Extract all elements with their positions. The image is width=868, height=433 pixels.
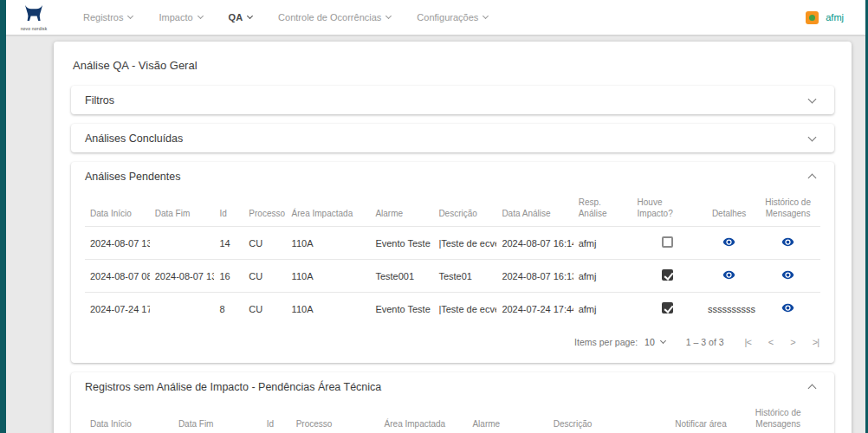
panel-filtros: Filtros — [71, 86, 834, 114]
menu-item-label: QA — [229, 12, 243, 23]
col-descricao: Descrição — [433, 191, 496, 227]
menu-item-label: Controle de Ocorrências — [278, 12, 381, 23]
eye-icon — [781, 236, 794, 249]
user-area: afmj — [806, 11, 868, 24]
cell-data-inicio: 2024-07-24 17:43:26 — [85, 293, 150, 326]
chevron-up-icon — [808, 174, 817, 183]
panel-analises-pendentes-header[interactable]: Análises Pendentes — [71, 162, 834, 191]
panel-analises-concluidas-header[interactable]: Análises Concluídas — [71, 124, 834, 152]
cell-alarme: Evento Teste — [370, 293, 433, 326]
next-page-icon[interactable]: > — [790, 337, 794, 347]
first-page-icon[interactable]: |< — [745, 337, 751, 347]
cell-area: 110A — [287, 260, 371, 293]
novo-nordisk-logo: novo nordisk — [14, 4, 54, 31]
col-processo: Processo — [243, 191, 286, 227]
cell-descricao: |Teste de ecvento — [433, 293, 496, 326]
panel-filtros-label: Filtros — [85, 94, 114, 107]
bull-logo-icon — [23, 4, 44, 25]
chevron-up-icon — [808, 385, 817, 393]
logo-brand-text: novo nordisk — [21, 26, 48, 31]
chevron-down-icon — [808, 132, 817, 141]
paginator: Items per page: 10 1 – 3 of 3 |< < > >| — [71, 325, 834, 363]
menu-item-registros[interactable]: Registros — [83, 12, 133, 23]
table-row: 2024-07-24 17:43:26 8 CU 110A Evento Tes… — [85, 293, 820, 326]
cell-data-analise: 2024-08-07 16:14:18 — [496, 227, 573, 260]
menu-item-configuracoes[interactable]: Configurações — [417, 12, 488, 23]
houve-impacto-checkbox[interactable] — [662, 302, 673, 313]
items-per-page-value: 10 — [645, 337, 655, 347]
chevron-down-icon — [660, 338, 666, 344]
user-avatar-icon[interactable] — [806, 11, 819, 24]
cell-resp: afmj — [573, 260, 632, 293]
eye-icon — [781, 268, 794, 281]
table-row: 2024-08-07 13:55:15 14 CU 110A Evento Te… — [85, 227, 820, 260]
panel-filtros-header[interactable]: Filtros — [71, 86, 834, 114]
menu-item-label: Impacto — [159, 12, 192, 23]
chevron-down-icon — [247, 13, 253, 19]
top-navbar: novo nordisk Registros Impacto QA Contro… — [0, 0, 868, 35]
cell-processo: CU — [243, 260, 286, 293]
menu-item-impacto[interactable]: Impacto — [159, 12, 202, 23]
cell-id: 16 — [214, 260, 243, 293]
panel-analises-pendentes: Análises Pendentes Data Início Data Fim … — [71, 162, 834, 363]
page-range-label: 1 – 3 of 3 — [686, 337, 724, 347]
last-page-icon[interactable]: >| — [813, 337, 819, 347]
page-title: Análise QA - Visão Geral — [54, 42, 852, 86]
menu-item-controle-de-ocorrencias[interactable]: Controle de Ocorrências — [278, 12, 391, 23]
historico-eye-button[interactable] — [781, 301, 794, 314]
cell-resp: afmj — [573, 227, 632, 260]
cell-data-fim — [150, 227, 215, 260]
detalhes-eye-button[interactable] — [722, 236, 735, 249]
chevron-down-icon — [127, 13, 133, 19]
col-area-impactada: Área Impactada — [287, 191, 371, 227]
analises-pendentes-table: Data Início Data Fim Id Processo Área Im… — [85, 191, 820, 325]
menu-item-label: Registros — [83, 12, 123, 23]
cell-resp: afmj — [573, 293, 632, 326]
cell-detalhes-text: sssssssssss — [703, 293, 755, 326]
table-row: 2024-08-07 08:56:13 2024-08-07 13:56:18 … — [85, 260, 820, 293]
col-data-fim: Data Fim — [173, 401, 262, 433]
col-historico: Histórico de Mensagens — [755, 191, 820, 227]
cell-data-fim — [150, 293, 215, 326]
items-per-page-select[interactable]: 10 — [645, 337, 665, 347]
username-label[interactable]: afmj — [826, 12, 844, 23]
cell-data-fim: 2024-08-07 13:56:18 — [150, 260, 215, 293]
eye-icon — [722, 236, 735, 249]
cell-processo: CU — [243, 293, 286, 326]
col-descricao: Descrição — [548, 401, 666, 433]
items-per-page-label: Items per page: — [574, 337, 638, 347]
col-notificar-area: Notificar área — [666, 401, 736, 433]
panel-registros-sem-analise-header[interactable]: Registros sem Análise de Impacto - Pendê… — [71, 372, 834, 401]
cell-processo: CU — [243, 227, 286, 260]
menu-item-label: Configurações — [417, 12, 478, 23]
col-houve-impacto: Houve Impacto? — [632, 191, 703, 227]
col-data-analise: Data Análise — [496, 191, 573, 227]
detalhes-eye-button[interactable] — [722, 268, 735, 281]
eye-icon — [722, 268, 735, 281]
cell-id: 8 — [214, 293, 243, 326]
chevron-down-icon — [198, 13, 204, 19]
cell-alarme: Evento Teste — [370, 227, 433, 260]
houve-impacto-checkbox[interactable] — [662, 269, 673, 281]
panel-analises-concluidas-label: Análises Concluídas — [85, 132, 183, 145]
cell-alarme: Teste001 — [370, 260, 433, 293]
col-alarme: Alarme — [467, 401, 547, 433]
col-id: Id — [262, 401, 291, 433]
cell-descricao: |Teste de ecvento — [433, 227, 496, 260]
prev-page-icon[interactable]: < — [768, 337, 773, 347]
col-area-impactada: Área Impactada — [379, 401, 468, 433]
table-header-row: Data Início Data Fim Id Processo Área Im… — [85, 191, 820, 227]
houve-impacto-checkbox[interactable] — [662, 236, 673, 248]
col-data-inicio: Data Início — [85, 401, 173, 433]
historico-eye-button[interactable] — [781, 268, 794, 281]
historico-eye-button[interactable] — [781, 236, 794, 249]
col-detalhes: Detalhes — [703, 191, 755, 227]
cell-area: 110A — [287, 227, 371, 260]
main-menu: Registros Impacto QA Controle de Ocorrên… — [83, 12, 488, 23]
menu-item-qa[interactable]: QA — [229, 12, 253, 23]
table-header-row: Data Início Data Fim Id Processo Área Im… — [85, 401, 820, 433]
registros-sem-analise-table: Data Início Data Fim Id Processo Área Im… — [85, 401, 820, 433]
panel-registros-sem-analise: Registros sem Análise de Impacto - Pendê… — [71, 372, 834, 433]
cell-data-analise: 2024-07-24 17:44:26 — [496, 293, 573, 326]
col-processo: Processo — [291, 401, 379, 433]
